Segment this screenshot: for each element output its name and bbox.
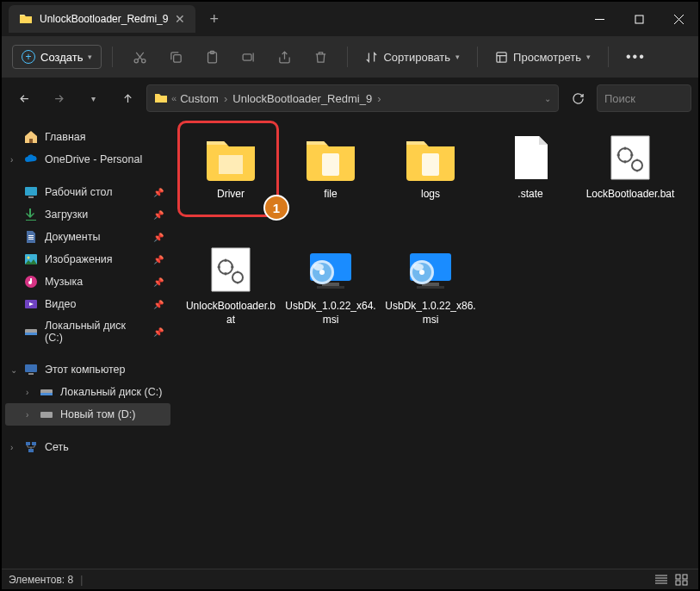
item-lockbootloader[interactable]: LockBootloader.bat — [580, 128, 680, 240]
network-icon — [24, 440, 38, 454]
svg-rect-33 — [317, 286, 344, 289]
sort-button[interactable]: Сортировать ▾ — [358, 47, 467, 68]
divider — [112, 47, 113, 67]
create-button[interactable]: + Создать ▾ — [12, 45, 102, 69]
pin-icon: 📌 — [153, 188, 164, 197]
msi-icon — [403, 245, 458, 295]
icons-view-button[interactable] — [672, 572, 691, 588]
folder-icon — [154, 91, 168, 105]
chevron-down-icon: ⌄ — [10, 365, 17, 375]
minimize-button[interactable] — [579, 2, 619, 36]
svg-point-44 — [419, 270, 424, 275]
folder-icon — [403, 133, 458, 183]
divider — [608, 47, 609, 67]
sidebar-local-c[interactable]: Локальный диск (C:)📌 — [5, 315, 170, 348]
svg-point-11 — [28, 257, 30, 259]
pin-icon: 📌 — [153, 210, 164, 220]
details-view-button[interactable] — [652, 572, 671, 588]
svg-rect-40 — [417, 286, 444, 289]
chevron-right-icon: › — [377, 92, 381, 105]
sidebar-desktop[interactable]: Рабочий стол📌 — [5, 181, 170, 203]
back-button[interactable] — [9, 83, 40, 114]
active-tab[interactable]: UnlockBootloader_Redmi_9 ✕ — [9, 5, 195, 33]
up-button[interactable] — [112, 83, 143, 114]
view-button[interactable]: Просмотреть ▾ — [488, 47, 598, 68]
item-usbdk-x64[interactable]: UsbDk_1.0.22_x64.msi — [281, 240, 381, 351]
pin-icon: 📌 — [153, 327, 164, 337]
svg-rect-26 — [422, 153, 439, 176]
create-label: Создать — [40, 51, 83, 64]
more-button[interactable]: ••• — [619, 49, 653, 65]
music-icon — [24, 275, 38, 289]
svg-point-37 — [319, 270, 325, 275]
new-tab-button[interactable]: + — [209, 10, 219, 28]
svg-rect-48 — [683, 581, 687, 585]
item-label: logs — [421, 188, 440, 202]
sidebar-downloads[interactable]: Загрузки📌 — [5, 203, 170, 226]
refresh-button[interactable] — [562, 83, 593, 114]
svg-rect-19 — [40, 393, 53, 395]
close-tab-icon[interactable]: ✕ — [175, 12, 185, 26]
svg-rect-45 — [676, 575, 680, 579]
paste-icon[interactable] — [195, 40, 228, 73]
pc-icon — [24, 363, 38, 376]
sidebar-new-volume[interactable]: ›Новый том (D:) — [5, 403, 170, 426]
sidebar-home[interactable]: Главная — [5, 126, 170, 148]
svg-rect-8 — [25, 187, 37, 196]
delete-icon[interactable] — [304, 40, 337, 73]
svg-rect-46 — [683, 575, 687, 579]
chevron-right-icon: › — [26, 410, 28, 420]
item-label: UnlockBootloader.bat — [184, 300, 277, 327]
item-file[interactable]: file — [281, 128, 381, 240]
sidebar-music[interactable]: Музыка📌 — [5, 271, 170, 293]
sidebar-this-pc[interactable]: ⌄Этот компьютер — [5, 358, 170, 381]
sidebar-documents[interactable]: Документы📌 — [5, 226, 170, 248]
item-driver[interactable]: Driver — [181, 128, 281, 240]
cloud-icon — [24, 152, 38, 166]
video-icon — [24, 297, 38, 311]
forward-button[interactable] — [43, 83, 74, 114]
breadcrumb-folder[interactable]: UnlockBootloader_Redmi_9 — [232, 92, 372, 105]
chevron-down-icon[interactable]: ⌄ — [544, 94, 551, 103]
svg-rect-7 — [497, 52, 506, 61]
item-state[interactable]: .state — [480, 128, 580, 240]
share-icon[interactable] — [268, 40, 300, 73]
item-usbdk-x86[interactable]: UsbDk_1.0.22_x86.msi — [381, 240, 480, 351]
sidebar-pictures[interactable]: Изображения📌 — [5, 248, 170, 271]
bat-icon — [603, 133, 658, 183]
view-label: Просмотреть — [513, 51, 581, 64]
sidebar-onedrive[interactable]: ›OneDrive - Personal — [5, 148, 170, 171]
home-icon — [24, 130, 38, 144]
recent-button[interactable]: ▾ — [77, 83, 108, 114]
pictures-icon — [24, 252, 38, 266]
svg-point-36 — [313, 264, 324, 271]
address-bar[interactable]: « Custom › UnlockBootloader_Redmi_9 › ⌄ — [146, 84, 559, 112]
divider — [477, 47, 478, 67]
maximize-button[interactable] — [619, 2, 659, 36]
status-count: Элементов: 8 — [9, 574, 73, 586]
sidebar-videos[interactable]: Видео📌 — [5, 293, 170, 315]
view-icon — [495, 51, 508, 64]
cut-icon[interactable] — [123, 40, 156, 73]
search-input[interactable]: Поиск — [597, 84, 691, 112]
sidebar-network[interactable]: ›Сеть — [5, 436, 170, 458]
svg-rect-0 — [635, 16, 643, 23]
chevron-right-icon: › — [10, 443, 13, 452]
chevron-down-icon: ▾ — [586, 53, 591, 61]
rename-icon[interactable] — [232, 40, 264, 73]
sidebar-local-c2[interactable]: ›Локальный диск (C:) — [5, 381, 170, 403]
svg-rect-9 — [28, 196, 34, 198]
pin-icon: 📌 — [153, 277, 164, 287]
close-button[interactable] — [659, 2, 698, 36]
item-unlockbootloader[interactable]: UnlockBootloader.bat — [181, 240, 281, 351]
divider — [347, 47, 348, 67]
sort-label: Сортировать — [383, 51, 450, 64]
copy-icon[interactable] — [159, 40, 192, 73]
svg-rect-24 — [219, 155, 243, 174]
folder-icon — [303, 133, 358, 183]
statusbar: Элементов: 8 | — [2, 569, 698, 589]
navbar: ▾ « Custom › UnlockBootloader_Redmi_9 › … — [2, 78, 698, 119]
breadcrumb-custom[interactable]: Custom — [180, 92, 219, 105]
svg-rect-6 — [243, 53, 251, 59]
item-logs[interactable]: logs — [381, 128, 480, 240]
